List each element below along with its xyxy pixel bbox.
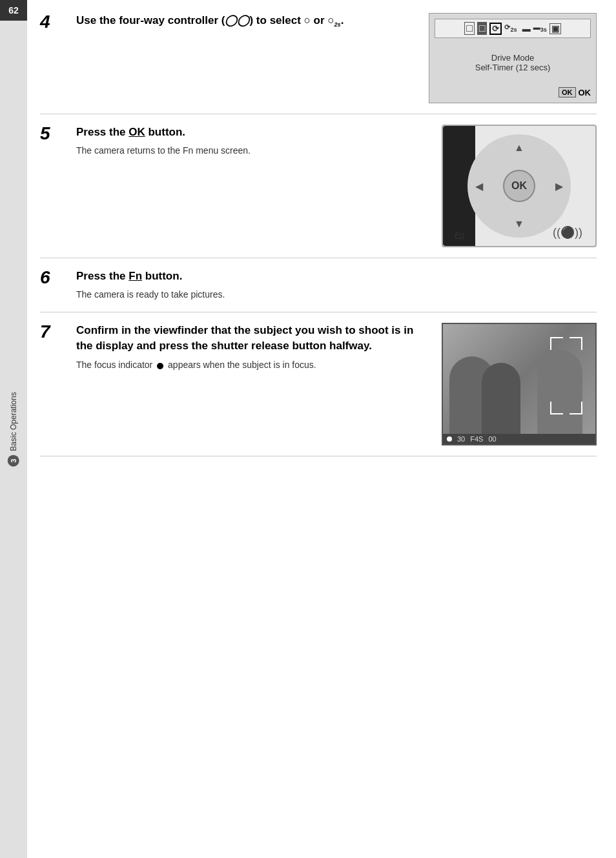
focus-bracket-tr <box>570 337 582 350</box>
step-5-title: Press the OK button. <box>76 125 431 140</box>
step-7-content: Confirm in the viewfinder that the subje… <box>76 323 431 445</box>
status-shutter: 30 <box>457 435 465 443</box>
sidebar: 62 3 Basic Operations <box>0 0 27 858</box>
step-4-content: Use the four-way controller (◯◯) to sele… <box>76 13 418 103</box>
step-7-title: Confirm in the viewfinder that the subje… <box>76 323 431 354</box>
dpad-left-icon: ◀ <box>475 180 483 192</box>
step-5-number: 5 <box>40 125 66 247</box>
chapter-label: 3 Basic Operations <box>8 392 19 466</box>
step-6-content: Press the Fn button. The camera is ready… <box>76 269 597 301</box>
step-7-number: 7 <box>40 323 66 445</box>
step-5: 5 Press the OK button. The camera return… <box>40 125 597 258</box>
camera-button-diagram: ▲ ▼ ◀ ▶ OK Fn ((⚫)) <box>442 125 597 247</box>
or-text: or <box>314 14 328 26</box>
step-4-image: □ □ ⟳ ⟳2s ▬ ▬3s ▣ Drive Mode Self-Timer … <box>429 13 597 103</box>
wifi-icon: ((⚫)) <box>553 225 582 240</box>
status-focus-dot <box>447 436 452 442</box>
step-4: 4 Use the four-way controller (◯◯) to se… <box>40 13 597 114</box>
step-7-desc: The focus indicator appears when the sub… <box>76 358 431 372</box>
step-5-image: ▲ ▼ ◀ ▶ OK Fn ((⚫)) <box>442 125 597 247</box>
appears-when-text: appears when the subject is in focus. <box>168 360 316 370</box>
photo-people <box>443 324 595 434</box>
step-4-number: 4 <box>40 13 66 103</box>
step-7: 7 Confirm in the viewfinder that the sub… <box>40 323 597 456</box>
step-6-title: Press the Fn button. <box>76 269 597 284</box>
chapter-text: Basic Operations <box>9 392 18 451</box>
focus-bracket-bl <box>550 402 563 414</box>
icon-burst: □ <box>477 22 488 35</box>
fn-underlined: Fn <box>128 270 142 282</box>
viewfinder-photo: 30 F4S 00 <box>442 323 597 445</box>
person-3 <box>537 350 582 434</box>
step-7-image: 30 F4S 00 <box>442 323 597 445</box>
ok-underlined: OK <box>128 126 145 138</box>
ok-button[interactable]: OK <box>503 170 535 202</box>
dpad-up-icon: ▲ <box>514 142 524 154</box>
drive-mode-subtitle: Self-Timer (12 secs) <box>475 63 551 72</box>
dpad-down-icon: ▼ <box>514 218 524 230</box>
ok-label: OK <box>579 88 591 97</box>
focus-bracket-br <box>570 402 582 414</box>
icon-remote3: ▣ <box>549 23 561 34</box>
icon-timer2: ⟳2s <box>504 23 517 33</box>
icon-single: □ <box>464 22 475 35</box>
fn-label: Fn <box>455 230 464 240</box>
drive-mode-label: Drive Mode Self-Timer (12 secs) <box>475 53 551 72</box>
drive-mode-title: Drive Mode <box>475 53 551 63</box>
photo-status-bar: 30 F4S 00 <box>443 434 595 444</box>
chapter-number: 3 <box>8 455 19 466</box>
ok-box-icon: OK <box>559 87 576 97</box>
drive-mode-box: □ □ ⟳ ⟳2s ▬ ▬3s ▣ Drive Mode Self-Timer … <box>429 13 597 103</box>
step-4-title: Use the four-way controller (◯◯) to sele… <box>76 13 418 29</box>
step-6: 6 Press the Fn button. The camera is rea… <box>40 269 597 312</box>
icon-timer12: ⟳ <box>489 23 502 35</box>
focus-bracket-tl <box>550 337 563 350</box>
focus-dot-icon <box>157 363 163 369</box>
step-6-desc: The camera is ready to take pictures. <box>76 288 597 301</box>
status-aperture: F4S <box>470 435 483 443</box>
focus-indicator-text: The focus indicator <box>76 360 152 370</box>
drive-mode-icons: □ □ ⟳ ⟳2s ▬ ▬3s ▣ <box>435 19 591 38</box>
dpad-right-icon: ▶ <box>555 180 563 192</box>
icon-remote2: ▬3s <box>533 23 547 33</box>
step-5-content: Press the OK button. The camera returns … <box>76 125 431 247</box>
step-5-desc: The camera returns to the Fn menu screen… <box>76 144 431 158</box>
drive-mode-ok: OK OK <box>559 87 591 97</box>
camera-dpad: ▲ ▼ ◀ ▶ OK <box>467 134 571 238</box>
main-content: 4 Use the four-way controller (◯◯) to se… <box>27 0 616 858</box>
page-number: 62 <box>0 0 27 21</box>
icon-remote1: ▬ <box>522 24 531 34</box>
step-6-number: 6 <box>40 269 66 301</box>
status-mode: 00 <box>488 435 496 443</box>
person-2 <box>482 363 520 434</box>
